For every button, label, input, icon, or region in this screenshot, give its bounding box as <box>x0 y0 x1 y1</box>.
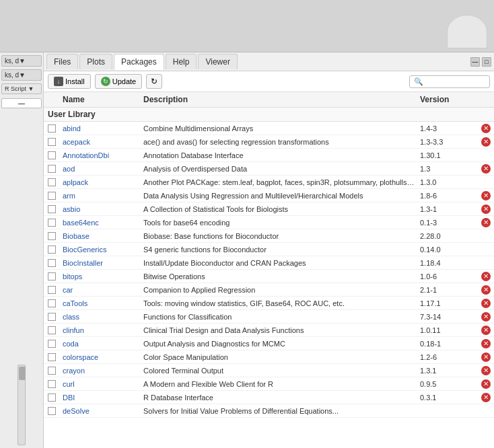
pkg-version: 1.3.1 <box>417 365 478 376</box>
sidebar-item-1[interactable]: ks, d▼ <box>1 55 42 67</box>
table-row: deSolveSolvers for Initial Value Problem… <box>44 404 494 418</box>
delete-button[interactable]: ✕ <box>481 137 491 147</box>
pkg-name[interactable]: BiocInstaller <box>60 258 141 268</box>
pkg-checkbox[interactable] <box>48 407 56 415</box>
pkg-desc: A Collection of Statistical Tools for Bi… <box>141 204 417 215</box>
tab-help[interactable]: Help <box>166 54 197 69</box>
delete-cell: ✕ <box>478 311 494 323</box>
pkg-name[interactable]: AnnotationDbi <box>60 150 141 161</box>
pkg-name[interactable]: abind <box>60 123 141 134</box>
delete-button[interactable]: ✕ <box>481 285 491 295</box>
pkg-checkbox[interactable] <box>48 367 56 375</box>
delete-button[interactable]: ✕ <box>481 204 491 214</box>
top-circle-decoration <box>447 15 487 48</box>
pkg-checkbox[interactable] <box>48 380 56 388</box>
pkg-checkbox[interactable] <box>48 313 56 321</box>
delete-button[interactable]: ✕ <box>481 124 491 133</box>
pkg-checkbox[interactable] <box>48 353 56 361</box>
pkg-checkbox[interactable] <box>48 232 56 240</box>
delete-button[interactable]: ✕ <box>481 393 491 402</box>
sidebar-item-2[interactable]: ks, d▼ <box>1 69 42 81</box>
table-row: crayonColored Terminal Output1.3.1✕ <box>44 364 494 377</box>
pkg-checkbox[interactable] <box>48 286 56 294</box>
pkg-checkbox[interactable] <box>48 340 56 348</box>
pkg-name[interactable]: acepack <box>60 137 141 147</box>
pkg-name[interactable]: aplpack <box>60 177 141 188</box>
pkg-checkbox[interactable] <box>48 219 56 227</box>
pkg-name[interactable]: Biobase <box>60 231 141 241</box>
tab-plots[interactable]: Plots <box>79 54 112 69</box>
install-button[interactable]: ↓ Install <box>48 74 91 89</box>
delete-button[interactable]: ✕ <box>481 379 491 389</box>
pkg-name[interactable]: coda <box>60 338 141 349</box>
delete-button[interactable]: ✕ <box>481 272 491 281</box>
delete-button[interactable]: ✕ <box>481 339 491 348</box>
pkg-checkbox[interactable] <box>48 192 56 200</box>
delete-button[interactable]: ✕ <box>481 164 491 174</box>
pkg-name[interactable]: asbio <box>60 204 141 215</box>
delete-placeholder <box>481 178 491 187</box>
delete-button[interactable]: ✕ <box>481 218 491 227</box>
delete-button[interactable]: ✕ <box>481 312 491 322</box>
pkg-checkbox[interactable] <box>48 299 56 307</box>
delete-button[interactable]: ✕ <box>481 191 491 200</box>
pkg-name[interactable]: bitops <box>60 271 141 282</box>
maximize-button[interactable]: □ <box>482 57 491 67</box>
minimize-button[interactable]: — <box>470 57 480 67</box>
pkg-name[interactable]: aod <box>60 163 141 174</box>
delete-cell <box>478 405 494 417</box>
sidebar-script-item[interactable]: R Script ▼ <box>1 83 42 94</box>
refresh-button[interactable]: ↻ <box>146 74 162 89</box>
pkg-name[interactable]: BiocGenerics <box>60 244 141 255</box>
pkg-name[interactable]: deSolve <box>60 406 141 416</box>
delete-button[interactable]: ✕ <box>481 299 491 308</box>
delete-button[interactable]: ✕ <box>481 326 491 335</box>
pkg-checkbox[interactable] <box>48 326 56 334</box>
pkg-name[interactable]: colorspace <box>60 352 141 363</box>
delete-cell: ✕ <box>478 203 494 215</box>
checkbox-cell <box>44 150 60 161</box>
tab-files[interactable]: Files <box>46 54 78 69</box>
delete-button[interactable]: ✕ <box>481 366 491 375</box>
pkg-desc: ace() and avas() for selecting regressio… <box>141 137 417 147</box>
pkg-checkbox[interactable] <box>48 272 56 281</box>
pkg-checkbox[interactable] <box>48 151 56 159</box>
pkg-desc: Solvers for Initial Value Problems of Di… <box>141 406 417 416</box>
pkg-name[interactable]: DBI <box>60 392 141 403</box>
pkg-checkbox[interactable] <box>48 138 56 146</box>
pkg-checkbox[interactable] <box>48 124 56 133</box>
pkg-name[interactable]: base64enc <box>60 217 141 228</box>
delete-cell: ✕ <box>478 122 494 135</box>
checkbox-cell <box>44 204 60 215</box>
window-controls: — □ <box>470 57 491 67</box>
pkg-version: 0.9.5 <box>417 379 478 389</box>
pkg-name[interactable]: curl <box>60 379 141 389</box>
pkg-version: 1.3.0 <box>417 177 478 188</box>
sidebar-minus-button[interactable]: — <box>1 98 42 108</box>
pkg-name[interactable]: crayon <box>60 365 141 376</box>
pkg-checkbox[interactable] <box>48 246 56 254</box>
sidebar-scrollbar[interactable] <box>17 365 26 445</box>
update-button[interactable]: ↻ Update <box>95 74 142 89</box>
delete-cell: ✕ <box>478 190 494 202</box>
pkg-name[interactable]: class <box>60 311 141 322</box>
table-body[interactable]: abindCombine Multidimensional Arrays1.4-… <box>44 122 494 448</box>
pkg-name[interactable]: car <box>60 285 141 295</box>
pkg-name[interactable]: clinfun <box>60 325 141 336</box>
pkg-checkbox[interactable] <box>48 259 56 267</box>
delete-button[interactable]: ✕ <box>481 352 491 362</box>
pkg-checkbox[interactable] <box>48 394 56 402</box>
pkg-name[interactable]: caTools <box>60 298 141 309</box>
pkg-desc: Install/Update Bioconductor and CRAN Pac… <box>141 258 417 268</box>
search-input[interactable] <box>426 77 487 85</box>
pkg-checkbox[interactable] <box>48 205 56 213</box>
checkbox-cell <box>44 271 60 282</box>
pkg-desc: Biobase: Base functions for Bioconductor <box>141 231 417 241</box>
install-label: Install <box>65 77 85 85</box>
pkg-checkbox[interactable] <box>48 178 56 186</box>
pkg-checkbox[interactable] <box>48 165 56 173</box>
table-row: BiocInstallerInstall/Update Bioconductor… <box>44 256 494 270</box>
pkg-name[interactable]: arm <box>60 190 141 201</box>
tab-packages[interactable]: Packages <box>114 54 164 70</box>
tab-viewer[interactable]: Viewer <box>198 54 237 69</box>
